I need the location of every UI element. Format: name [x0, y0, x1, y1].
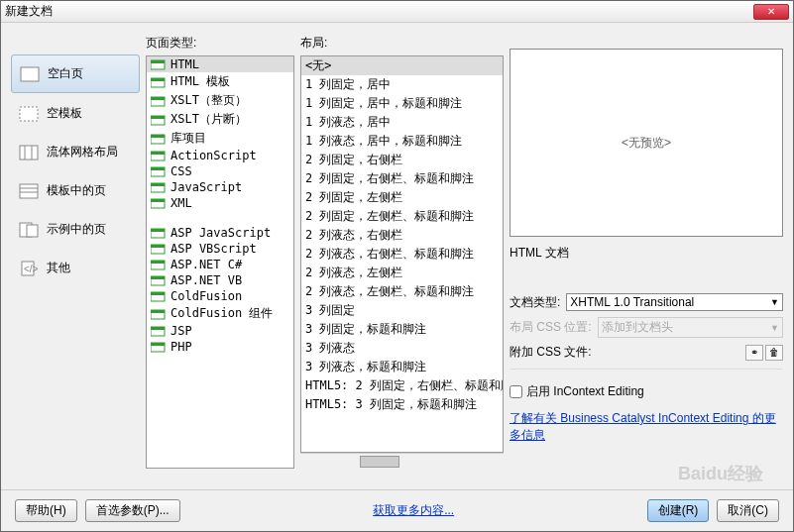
incontext-link[interactable]: 了解有关 Business Catalyst InContext Editing… [510, 410, 783, 444]
layout-label: 2 列液态，右侧栏 [305, 227, 402, 244]
layout-label: 1 列液态，居中，标题和脚注 [305, 133, 462, 150]
svg-rect-2 [20, 146, 38, 160]
nav-item-0[interactable]: 空白页 [11, 54, 140, 93]
remove-css-button[interactable]: 🗑 [765, 345, 783, 361]
layout-item[interactable]: 3 列液态，标题和脚注 [301, 358, 503, 376]
layout-item[interactable]: 2 列液态，右侧栏、标题和脚注 [301, 245, 503, 264]
nav-label: 示例中的页 [47, 221, 106, 238]
layout-item[interactable]: HTML5: 2 列固定，右侧栏、标题和脚注 [301, 376, 503, 395]
link-css-button[interactable]: ⚭ [745, 345, 763, 361]
nav-item-5[interactable]: </>其他 [11, 250, 140, 286]
svg-rect-19 [151, 116, 165, 119]
close-icon: ✕ [767, 6, 775, 17]
page-type-label: CSS [170, 164, 192, 178]
page-type-item[interactable]: 库项目 [147, 129, 293, 148]
file-type-icon [151, 197, 167, 209]
page-type-item[interactable]: XML [147, 195, 293, 211]
layout-item[interactable]: 1 列固定，居中 [301, 75, 503, 94]
page-type-label: ASP.NET C# [170, 258, 242, 271]
page-type-label: JavaScript [170, 180, 242, 194]
attach-css-label: 附加 CSS 文件: [510, 344, 592, 361]
layout-item[interactable]: 2 列固定，右侧栏、标题和脚注 [301, 169, 503, 188]
help-button[interactable]: 帮助(H) [15, 499, 77, 522]
layout-item[interactable]: 2 列液态，左侧栏、标题和脚注 [301, 282, 503, 301]
page-type-label: ActionScript [170, 149, 257, 162]
nav-item-3[interactable]: 模板中的页 [11, 172, 140, 209]
page-type-label: ColdFusion [170, 289, 242, 303]
file-type-icon [151, 114, 167, 126]
svg-rect-5 [20, 184, 38, 198]
layout-item[interactable]: HTML5: 3 列固定，标题和脚注 [301, 395, 503, 414]
file-type-icon [151, 227, 167, 239]
cancel-button[interactable]: 取消(C) [717, 499, 779, 522]
layout-item[interactable]: 3 列固定 [301, 301, 503, 320]
page-type-item[interactable]: ActionScript [147, 148, 293, 163]
create-button[interactable]: 创建(R) [647, 499, 710, 522]
layout-label: 2 列固定，右侧栏 [305, 152, 402, 168]
nav-icon [19, 183, 39, 199]
page-type-label: ASP.NET VB [170, 273, 242, 287]
incontext-checkbox[interactable] [510, 385, 522, 398]
layout-item[interactable]: 2 列固定，左侧栏 [301, 188, 503, 207]
page-type-list[interactable]: HTMLHTML 模板XSLT（整页）XSLT（片断）库项目ActionScri… [146, 55, 294, 469]
doctype-select[interactable]: XHTML 1.0 Transitional ▼ [566, 293, 783, 311]
layout-item[interactable]: 2 列固定，右侧栏 [301, 151, 503, 169]
layout-item[interactable]: 2 列固定，左侧栏、标题和脚注 [301, 207, 503, 226]
layout-item[interactable]: 3 列液态 [301, 339, 503, 358]
svg-rect-37 [151, 276, 165, 279]
svg-text:</>: </> [24, 264, 39, 274]
page-type-item[interactable]: PHP [147, 339, 293, 355]
nav-icon [20, 66, 40, 82]
layout-item[interactable]: <无> [301, 56, 503, 75]
horizontal-scrollbar[interactable] [300, 453, 504, 469]
nav-label: 流体网格布局 [47, 144, 118, 160]
doctype-label: 文档类型: [510, 294, 560, 311]
file-type-icon [151, 243, 167, 255]
get-more-link[interactable]: 获取更多内容... [373, 502, 454, 519]
file-type-icon [151, 133, 167, 145]
layout-label: 2 列固定，右侧栏、标题和脚注 [305, 170, 474, 187]
close-button[interactable]: ✕ [753, 4, 789, 20]
page-type-item[interactable]: ASP.NET C# [147, 257, 293, 272]
layout-item[interactable]: 1 列固定，居中，标题和脚注 [301, 94, 503, 113]
page-type-item[interactable]: JavaScript [147, 179, 293, 195]
page-type-item[interactable]: HTML [147, 56, 293, 72]
layout-item[interactable]: 3 列固定，标题和脚注 [301, 320, 503, 339]
layout-label: 3 列液态 [305, 340, 355, 357]
incontext-row: 启用 InContext Editing [510, 383, 783, 400]
page-type-item[interactable]: HTML 模板 [147, 72, 293, 91]
nav-item-4[interactable]: 示例中的页 [11, 211, 140, 248]
category-nav: 空白页空模板流体网格布局模板中的页示例中的页</>其他 [11, 33, 140, 469]
page-type-item[interactable]: JSP [147, 323, 293, 339]
layout-item[interactable]: 1 列液态，居中 [301, 113, 503, 132]
layout-label: 2 列液态，右侧栏、标题和脚注 [305, 246, 474, 263]
css-pos-label: 布局 CSS 位置: [510, 319, 592, 336]
file-type-icon [151, 181, 167, 193]
page-type-item[interactable]: ASP VBScript [147, 241, 293, 257]
file-type-icon [151, 165, 167, 177]
dialog-footer: 帮助(H) 首选参数(P)... 获取更多内容... 创建(R) 取消(C) [1, 489, 793, 531]
page-type-item[interactable]: ColdFusion [147, 288, 293, 304]
layout-item[interactable]: 2 列液态，左侧栏 [301, 264, 503, 282]
layout-list[interactable]: <无>1 列固定，居中1 列固定，居中，标题和脚注1 列液态，居中1 列液态，居… [300, 55, 504, 453]
nav-item-2[interactable]: 流体网格布局 [11, 134, 140, 170]
page-type-item[interactable]: ColdFusion 组件 [147, 304, 293, 323]
svg-rect-15 [151, 78, 165, 81]
layout-item[interactable]: 2 列液态，右侧栏 [301, 226, 503, 245]
trash-icon: 🗑 [769, 347, 779, 358]
page-type-item[interactable]: ASP.NET VB [147, 272, 293, 288]
prefs-button[interactable]: 首选参数(P)... [85, 499, 180, 522]
svg-rect-23 [151, 152, 165, 155]
page-type-item[interactable]: XSLT（整页） [147, 91, 293, 110]
page-type-label: HTML [170, 57, 199, 71]
dialog-title: 新建文档 [5, 3, 53, 20]
page-type-item[interactable]: CSS [147, 163, 293, 179]
layout-item[interactable]: 1 列液态，居中，标题和脚注 [301, 132, 503, 151]
nav-item-1[interactable]: 空模板 [11, 95, 140, 132]
page-type-item[interactable]: XSLT（片断） [147, 110, 293, 129]
css-pos-select: 添加到文档头 ▼ [598, 317, 783, 338]
doctype-row: 文档类型: XHTML 1.0 Transitional ▼ [510, 293, 783, 311]
nav-icon [19, 106, 39, 122]
page-type-item[interactable]: ASP JavaScript [147, 225, 293, 241]
svg-rect-0 [21, 67, 39, 81]
